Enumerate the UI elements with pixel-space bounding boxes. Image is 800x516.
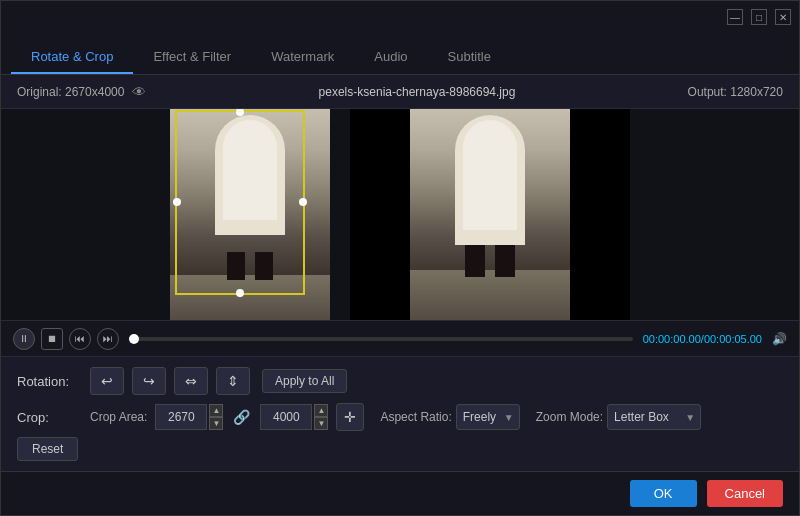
crop-height-spinners: ▲ ▼ bbox=[314, 404, 328, 430]
time-total: 00:00:05.00 bbox=[704, 333, 762, 345]
original-image-bg bbox=[170, 109, 330, 320]
tab-subtitle[interactable]: Subtitle bbox=[428, 41, 511, 74]
volume-icon[interactable]: 🔊 bbox=[772, 332, 787, 346]
crop-reset-icon-button[interactable]: ✛ bbox=[336, 403, 364, 431]
maximize-button[interactable]: □ bbox=[751, 9, 767, 25]
tabs-bar: Rotate & Crop Effect & Filter Watermark … bbox=[1, 33, 799, 75]
crop-height-up[interactable]: ▲ bbox=[314, 404, 328, 417]
play-controls: ⏸ ⏹ ⏮ ⏭ bbox=[13, 328, 119, 350]
time-current: 00:00:00.00 bbox=[643, 333, 701, 345]
tab-watermark[interactable]: Watermark bbox=[251, 41, 354, 74]
pause-button[interactable]: ⏸ bbox=[13, 328, 35, 350]
timeline-bar: ⏸ ⏹ ⏮ ⏭ 00:00:00.00/00:00:05.00 🔊 bbox=[1, 320, 799, 356]
controls-panel: Rotation: ↩ ↪ ⇔ ⇕ Apply to All Crop: Cro… bbox=[1, 356, 799, 471]
zoom-mode-select[interactable]: Letter BoxPan & ScanFull bbox=[607, 404, 701, 430]
bottom-bar: OK Cancel bbox=[1, 471, 799, 515]
tab-audio[interactable]: Audio bbox=[354, 41, 427, 74]
preview-output bbox=[350, 109, 630, 320]
time-display: 00:00:00.00/00:00:05.00 bbox=[643, 333, 762, 345]
rotate-cw-button[interactable]: ↪ bbox=[132, 367, 166, 395]
cancel-button[interactable]: Cancel bbox=[707, 480, 783, 507]
rotation-label: Rotation: bbox=[17, 374, 82, 389]
minimize-button[interactable]: — bbox=[727, 9, 743, 25]
crop-label: Crop: bbox=[17, 410, 82, 425]
crop-width-down[interactable]: ▼ bbox=[209, 417, 223, 430]
timeline-playhead[interactable] bbox=[129, 334, 139, 344]
crop-height-group: 4000 ▲ ▼ bbox=[260, 404, 328, 430]
crop-area-label: Crop Area: bbox=[90, 410, 147, 424]
crop-row: Crop: Crop Area: 2670 ▲ ▼ 🔗 4000 ▲ ▼ ✛ A… bbox=[17, 403, 783, 431]
arch-inner-right bbox=[463, 120, 517, 230]
original-info: Original: 2670x4000 👁 bbox=[17, 84, 146, 100]
info-bar: Original: 2670x4000 👁 pexels-ksenia-cher… bbox=[1, 75, 799, 109]
next-frame-button[interactable]: ⏭ bbox=[97, 328, 119, 350]
arch-inner-left bbox=[223, 120, 277, 220]
aspect-ratio-select-wrapper: Freely16:94:31:19:16 ▼ bbox=[456, 404, 520, 430]
tab-rotate-crop[interactable]: Rotate & Crop bbox=[11, 41, 133, 74]
crop-width-spinners: ▲ ▼ bbox=[209, 404, 223, 430]
original-arch-image bbox=[170, 109, 330, 320]
arch-floor-right bbox=[410, 270, 570, 321]
crop-height-down[interactable]: ▼ bbox=[314, 417, 328, 430]
aspect-ratio-select[interactable]: Freely16:94:31:19:16 bbox=[456, 404, 520, 430]
close-button[interactable]: ✕ bbox=[775, 9, 791, 25]
original-size-label: Original: 2670x4000 bbox=[17, 85, 124, 99]
crop-height-input[interactable]: 4000 bbox=[260, 404, 312, 430]
rotation-row: Rotation: ↩ ↪ ⇔ ⇕ Apply to All bbox=[17, 367, 783, 395]
prev-frame-button[interactable]: ⏮ bbox=[69, 328, 91, 350]
preview-original bbox=[170, 109, 330, 320]
timeline-track[interactable] bbox=[129, 337, 633, 341]
arch-floor-left bbox=[170, 275, 330, 321]
flip-v-button[interactable]: ⇕ bbox=[216, 367, 250, 395]
rotate-ccw-button[interactable]: ↩ bbox=[90, 367, 124, 395]
zoom-mode-group: Zoom Mode: Letter BoxPan & ScanFull ▼ bbox=[536, 404, 701, 430]
preview-container bbox=[1, 109, 799, 320]
crop-width-up[interactable]: ▲ bbox=[209, 404, 223, 417]
output-size-label: Output: 1280x720 bbox=[688, 85, 783, 99]
crop-width-group: 2670 ▲ ▼ bbox=[155, 404, 223, 430]
main-window: — □ ✕ Rotate & Crop Effect & Filter Wate… bbox=[0, 0, 800, 516]
aspect-ratio-label: Aspect Ratio: bbox=[380, 410, 451, 424]
zoom-mode-label: Zoom Mode: bbox=[536, 410, 603, 424]
output-arch-image bbox=[410, 109, 570, 320]
crop-width-input[interactable]: 2670 bbox=[155, 404, 207, 430]
preview-area bbox=[1, 109, 799, 320]
ok-button[interactable]: OK bbox=[630, 480, 697, 507]
title-bar: — □ ✕ bbox=[1, 1, 799, 33]
window-controls: — □ ✕ bbox=[727, 9, 791, 25]
eye-icon[interactable]: 👁 bbox=[132, 84, 146, 100]
stop-button[interactable]: ⏹ bbox=[41, 328, 63, 350]
reset-row: Reset bbox=[17, 437, 783, 461]
tab-effect-filter[interactable]: Effect & Filter bbox=[133, 41, 251, 74]
output-image bbox=[410, 109, 570, 320]
aspect-ratio-group: Aspect Ratio: Freely16:94:31:19:16 ▼ bbox=[380, 404, 519, 430]
zoom-mode-select-wrapper: Letter BoxPan & ScanFull ▼ bbox=[607, 404, 701, 430]
apply-all-button[interactable]: Apply to All bbox=[262, 369, 347, 393]
reset-button[interactable]: Reset bbox=[17, 437, 78, 461]
flip-h-button[interactable]: ⇔ bbox=[174, 367, 208, 395]
link-icon: 🔗 bbox=[231, 409, 252, 425]
filename-label: pexels-ksenia-chernaya-8986694.jpg bbox=[319, 85, 516, 99]
